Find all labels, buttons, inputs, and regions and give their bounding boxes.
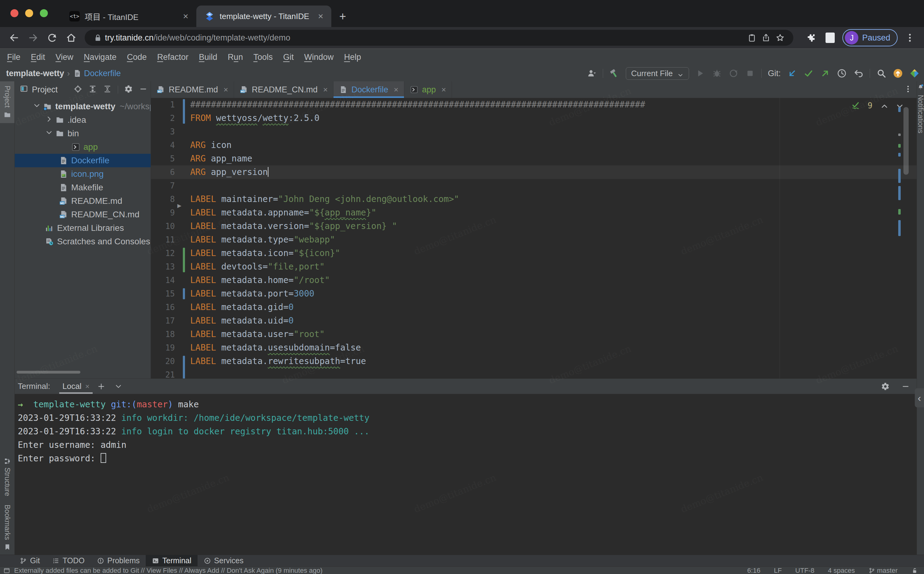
code-line[interactable]: 18LABEL metadata.user="root" [151,328,917,341]
window-controls[interactable] [10,9,48,17]
tree-item-dockerfile[interactable]: Dockerfile [15,154,151,167]
profile-run-button[interactable] [728,68,739,79]
build-hammer-icon[interactable] [609,68,620,79]
locate-file-icon[interactable] [74,85,82,95]
previous-problem-icon[interactable] [880,102,888,110]
menu-item-view[interactable]: View [50,52,79,62]
code-line[interactable]: 14LABEL metadata.home="/root" [151,273,917,287]
code-line[interactable]: 10LABEL metadata.version="${app_version}… [151,219,917,233]
code-line[interactable]: 12LABEL metadata.icon="${icon}" [151,246,917,260]
close-tab-icon[interactable]: × [394,85,399,95]
clipboard-icon[interactable] [745,31,759,45]
menu-item-edit[interactable]: Edit [26,52,50,62]
git-update-icon[interactable] [787,68,797,79]
user-icon[interactable] [586,68,597,79]
browser-tab-project[interactable]: <t> 项目 - TitanIDE × [61,6,196,27]
collapse-all-icon[interactable] [103,85,112,95]
code-line[interactable]: 17LABEL metadata.uid=0 [151,314,917,328]
tree-item-readme-md[interactable]: MDREADME.md [15,194,151,208]
terminal-dropdown-icon[interactable] [111,380,126,393]
gear-icon[interactable] [124,85,133,95]
hide-panel-icon[interactable] [139,85,148,95]
lock-icon[interactable] [91,31,105,45]
menu-item-tools[interactable]: Tools [248,52,278,62]
tree-item-external-libraries[interactable]: External Libraries [15,221,151,235]
tool-button-bookmarks[interactable]: Bookmarks [0,500,14,555]
editor-tab-readme-cn-md[interactable]: MDREADME_CN.md× [234,81,334,98]
editor-tab-dockerfile[interactable]: Dockerfile× [333,81,404,98]
code-line[interactable]: 5ARG app_name [151,152,917,166]
code-line[interactable]: 13LABEL devtools="file,port" [151,260,917,273]
chevron-down-icon[interactable] [33,101,41,112]
extensions-icon[interactable] [803,29,820,46]
terminal-settings-icon[interactable] [881,382,889,391]
chevron-down-icon[interactable] [45,128,53,139]
address-bar[interactable]: try.titanide.cn/ide/web/coding/template-… [85,30,793,46]
new-terminal-icon[interactable] [94,380,108,393]
close-tab-icon[interactable]: × [442,85,446,95]
code-line[interactable]: 16LABEL metadata.gid=0 [151,301,917,314]
code-line[interactable]: 9LABEL metadata.appname="${app_name}" [151,206,917,219]
minimize-terminal-icon[interactable] [901,382,910,391]
tab-list-kebab-icon[interactable] [904,85,912,95]
stop-button[interactable] [745,68,755,79]
code-line[interactable]: 4ARG icon [151,139,917,152]
code-line[interactable]: 19LABEL metadata.usesubdomain=false [151,341,917,355]
tree-item-readme-cn-md[interactable]: MDREADME_CN.md [15,208,151,221]
menu-item-git[interactable]: Git [278,52,299,62]
browser-tab-template-wetty[interactable]: template-wetty - TitanIDE × [196,6,331,27]
code-line[interactable]: 15LABEL metadata.port=3000 [151,287,917,301]
maximize-window-button[interactable] [40,9,48,17]
bookmark-star-icon[interactable] [773,31,787,45]
forward-button[interactable] [25,29,42,46]
menu-item-code[interactable]: Code [122,52,152,62]
caret-position[interactable]: 6:16 [747,567,761,574]
close-tab-icon[interactable]: × [323,85,328,95]
tool-button-structure[interactable]: Structure [0,453,14,500]
tool-window-button-git[interactable]: Git [14,555,46,566]
fold-arrow-icon[interactable]: ▶ [177,202,181,209]
profile-button[interactable]: J Paused [842,29,897,46]
search-everywhere-icon[interactable] [876,68,886,79]
tree-item-template-wetty[interactable]: template-wetty~/workspac [15,100,151,113]
git-commit-icon[interactable] [803,68,814,79]
event-log-icon[interactable] [3,567,10,574]
tree-item-app[interactable]: app [15,140,151,154]
menu-item-run[interactable]: Run [222,52,248,62]
project-panel-title[interactable]: Project [32,85,58,95]
update-available-icon[interactable] [893,68,903,79]
share-icon[interactable] [759,31,773,45]
tree-item-icon-png[interactable]: icon.png [15,167,151,181]
git-push-icon[interactable] [820,68,830,79]
code-line[interactable]: 1#######################################… [151,98,917,112]
horizontal-scrollbar[interactable] [17,371,80,374]
tree-item-bin[interactable]: bin [15,127,151,140]
tree-item-scratches-and-consoles[interactable]: Scratches and Consoles [15,235,151,248]
code-editor[interactable]: 1#######################################… [151,98,917,378]
notifications-bell-icon[interactable] [917,84,924,92]
titanide-gem-icon[interactable] [909,68,920,79]
menu-item-refactor[interactable]: Refactor [152,52,193,62]
tool-button-project[interactable]: Project [0,81,14,123]
git-branch-widget[interactable]: master [869,567,897,574]
code-line[interactable]: 8LABEL maintainer="John Deng <john.deng@… [151,192,917,206]
minimize-window-button[interactable] [25,9,33,17]
tree-item-makefile[interactable]: Makefile [15,181,151,194]
breadcrumb-project[interactable]: template-wetty [6,69,64,78]
inspections-widget[interactable]: 9 [851,100,903,111]
indent-style[interactable]: 4 spaces [828,567,855,574]
unlocked-icon[interactable] [911,567,918,574]
close-tab-icon[interactable]: × [183,11,189,22]
run-configuration-select[interactable]: Current File [626,67,689,80]
tool-window-button-terminal[interactable]: Terminal [146,555,197,566]
code-line[interactable]: 2FROM wettyoss/wetty:2.5.0 [151,112,917,125]
editor-scrollbar[interactable] [904,107,909,175]
code-line[interactable]: 21 [151,368,917,378]
side-panel-icon[interactable] [822,29,839,46]
reload-button[interactable] [44,29,61,46]
code-line[interactable]: 6ARG app_version [151,166,917,179]
browser-menu-icon[interactable] [901,29,918,46]
rollback-icon[interactable] [853,68,864,79]
menu-item-window[interactable]: Window [299,52,339,62]
notifications-strip-label[interactable]: Notifications [916,95,924,133]
